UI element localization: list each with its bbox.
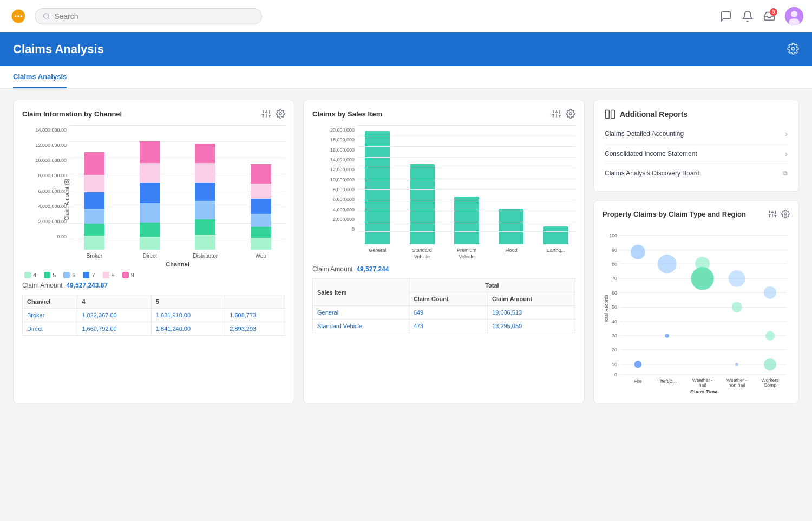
cell-direct-6: 2,893,293 [225, 322, 285, 336]
bubble-weather-hail-2[interactable] [695, 257, 710, 271]
report-item-consolidated[interactable]: Consolidated Income Statement › [605, 144, 788, 164]
cell-general[interactable]: General [313, 306, 409, 320]
svg-point-2 [791, 11, 797, 17]
y-label: 8,000,000.00 [29, 173, 70, 178]
x-label-flood: Flood [492, 248, 531, 260]
bar-flood[interactable] [492, 125, 531, 244]
col-5: 5 [151, 295, 225, 309]
sales-item-table: Sales Item Total Claim Count Claim Amoun… [312, 278, 575, 333]
x-label-weather-nonhail: Weather - [726, 377, 747, 383]
top-nav: 3 [0, 0, 812, 32]
col-total: Total [409, 279, 575, 292]
y-axis-label: Claim Amount ($) [64, 178, 70, 220]
cell-standard-vehicle[interactable]: Standard Vehicle [313, 320, 409, 333]
cell-direct-4: 1,660,792.00 [77, 322, 151, 336]
nav-icons: 3 [720, 7, 803, 25]
y20: 20 [612, 347, 617, 353]
x-label-standard-vehicle: StandardVehicle [402, 248, 441, 260]
x-label-earthquake: Earthq... [536, 248, 575, 260]
property-chart-config[interactable] [768, 210, 777, 218]
external-link-icon: ⧉ [783, 170, 788, 177]
cell-broker[interactable]: Broker [23, 309, 77, 322]
bubble-fire-1[interactable] [631, 245, 645, 259]
y-label: 12,000,000.00 [29, 142, 70, 148]
bar-standard-vehicle[interactable] [402, 125, 441, 244]
bar-general[interactable] [358, 125, 397, 244]
cell-direct-5: 1,841,240.00 [151, 322, 225, 336]
y-label-18m: 18,000,000 [319, 137, 358, 142]
bubble-weather-nonhail-3[interactable] [735, 363, 738, 366]
y60: 60 [612, 290, 617, 296]
x-label-direct: Direct [126, 253, 175, 259]
report-arrow-2: › [785, 149, 788, 158]
inbox-badge: 3 [770, 8, 777, 16]
sales-chart-actions[interactable] [552, 109, 575, 119]
bar-group-distributor[interactable] [181, 144, 230, 250]
bar-group-web[interactable] [237, 164, 286, 250]
bell-icon[interactable] [742, 10, 754, 22]
bar-earthquake[interactable] [536, 125, 575, 244]
chart-config-icon[interactable] [261, 109, 271, 119]
x-label-workers: Workers [761, 377, 779, 383]
bubble-theft-2[interactable] [658, 255, 677, 273]
y70: 70 [612, 276, 617, 281]
claim-amount-summary: Claim Amount 49,527,243.87 [22, 282, 285, 289]
sales-settings-icon[interactable] [566, 109, 575, 119]
cell-broker-6: 1,608,773 [225, 309, 285, 322]
property-settings-icon[interactable] [781, 210, 790, 218]
y-label-6m: 6,000,000 [319, 197, 358, 202]
y-label-0: 0 [319, 226, 358, 232]
bubble-weather-nonhail-2[interactable] [731, 302, 742, 312]
y100: 100 [609, 233, 617, 238]
additional-reports-card: Additional Reports Claims Detailed Accou… [593, 100, 799, 192]
y-label-16m: 16,000,000 [319, 147, 358, 153]
y50: 50 [612, 304, 617, 310]
x-label-general: General [358, 248, 397, 260]
chart-actions[interactable] [261, 109, 285, 119]
page-settings-button[interactable] [787, 43, 799, 56]
bubble-workers-1[interactable] [764, 286, 776, 299]
bubble-theft-1[interactable] [665, 334, 669, 338]
bar-group-direct[interactable] [126, 141, 175, 250]
workday-logo[interactable] [9, 6, 28, 26]
svg-rect-26 [611, 110, 615, 119]
search-bar[interactable] [35, 8, 262, 24]
claim-by-channel-title: Claim Information by Channel [22, 110, 122, 118]
bubble-workers-3[interactable] [764, 358, 776, 370]
search-input[interactable] [54, 12, 254, 21]
bubble-weather-nonhail-1[interactable] [729, 270, 745, 287]
col-sales-item: Sales Item [313, 279, 409, 306]
x-axis-title: Channel [70, 261, 285, 268]
property-chart-actions[interactable] [768, 210, 790, 218]
x-label-weather-hail2: hail [699, 382, 706, 388]
inbox-icon[interactable]: 3 [763, 10, 775, 22]
legend-5: 5 [44, 272, 56, 278]
user-avatar[interactable] [785, 7, 803, 25]
svg-point-36 [784, 213, 787, 215]
y40: 40 [612, 319, 617, 324]
settings-icon[interactable] [276, 109, 285, 119]
page-title: Claims Analysis [13, 42, 104, 56]
bar-group-broker[interactable] [70, 152, 119, 250]
property-claims-card: Property Claims by Claim Type and Region [593, 200, 799, 403]
bar-premium-vehicle[interactable] [447, 125, 486, 244]
y90: 90 [612, 248, 617, 253]
y-label-10m: 10,000,000 [319, 177, 358, 183]
claim-by-channel-card: Claim Information by Channel 14 [13, 100, 294, 403]
x-label-broker: Broker [70, 253, 119, 259]
bubble-fire-2[interactable] [634, 361, 641, 368]
chart-legend: 4 5 6 7 8 9 [22, 272, 285, 278]
cell-direct[interactable]: Direct [23, 322, 77, 336]
property-claims-title: Property Claims by Claim Type and Region [603, 210, 746, 218]
bubble-workers-2[interactable] [765, 331, 775, 340]
chat-icon[interactable] [720, 10, 732, 22]
sales-chart-config-icon[interactable] [552, 109, 561, 119]
x-label-workers2: Comp [764, 382, 776, 388]
tab-claims-analysis[interactable]: Claims Analysis [13, 66, 67, 88]
report-item-claims-detailed[interactable]: Claims Detailed Accounting › [605, 124, 788, 144]
report-item-discovery[interactable]: Claims Analysis Discovery Board ⧉ [605, 164, 788, 183]
y80: 80 [612, 262, 617, 267]
svg-point-24 [569, 113, 572, 115]
report-arrow-1: › [785, 129, 788, 138]
table-row-general: General 649 19,036,513 [313, 306, 575, 320]
